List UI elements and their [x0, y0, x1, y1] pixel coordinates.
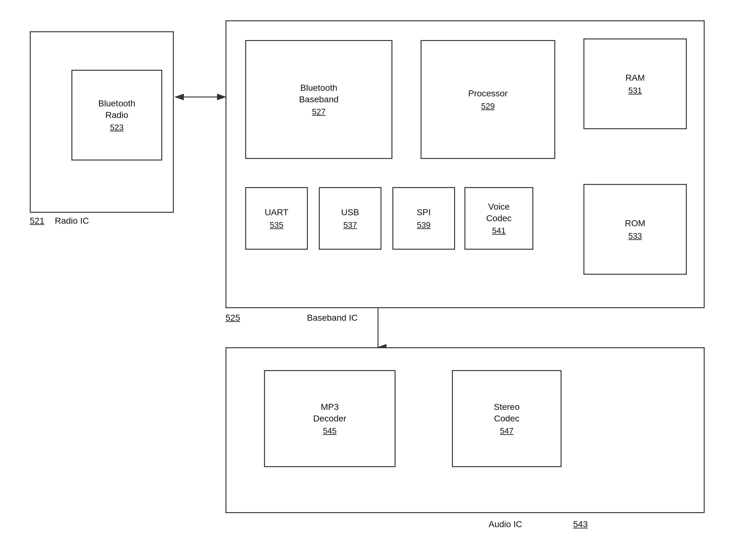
processor-number: 529: [481, 101, 494, 111]
radio-ic-outer-box: Bluetooth Radio 523: [30, 31, 174, 213]
spi-box: SPI 539: [392, 187, 455, 250]
audio-ic-number: 543: [573, 519, 588, 529]
uart-box: UART 535: [245, 187, 308, 250]
mp3-decoder-number: 545: [323, 426, 336, 436]
usb-number: 537: [343, 220, 357, 230]
processor-box: Processor 529: [421, 40, 555, 159]
rom-number: 533: [628, 231, 642, 241]
bluetooth-baseband-label: Bluetooth Baseband: [299, 82, 338, 105]
uart-label: UART: [265, 207, 288, 218]
rom-box: ROM 533: [583, 184, 687, 275]
bluetooth-radio-box: Bluetooth Radio 523: [72, 70, 162, 161]
usb-box: USB 537: [319, 187, 381, 250]
bluetooth-baseband-number: 527: [312, 107, 325, 117]
radio-ic-number: 521: [30, 216, 45, 226]
radio-ic-caption: Radio IC: [55, 216, 89, 226]
baseband-ic-outer-box: Bluetooth Baseband 527 Processor 529 RAM…: [226, 20, 705, 308]
audio-ic-caption: Audio IC: [488, 519, 522, 529]
stereo-codec-number: 547: [500, 426, 513, 436]
uart-number: 535: [270, 220, 283, 230]
voice-codec-label: Voice Codec: [486, 201, 512, 224]
processor-label: Processor: [468, 88, 508, 99]
voice-codec-number: 541: [492, 226, 505, 236]
bluetooth-baseband-box: Bluetooth Baseband 527: [245, 40, 392, 159]
ram-number: 531: [628, 86, 642, 95]
audio-ic-outer-box: MP3 Decoder 545 Stereo Codec 547: [226, 347, 705, 513]
voice-codec-box: Voice Codec 541: [465, 187, 533, 250]
bluetooth-radio-number: 523: [110, 123, 123, 132]
baseband-ic-number: 525: [226, 313, 240, 323]
baseband-ic-caption: Baseband IC: [307, 313, 358, 323]
ram-label: RAM: [626, 72, 645, 83]
stereo-codec-label: Stereo Codec: [494, 401, 520, 424]
usb-label: USB: [341, 207, 359, 218]
stereo-codec-box: Stereo Codec 547: [452, 370, 562, 467]
bluetooth-radio-label: Bluetooth Radio: [98, 98, 135, 121]
spi-label: SPI: [417, 207, 431, 218]
spi-number: 539: [417, 220, 430, 230]
rom-label: ROM: [625, 218, 645, 229]
mp3-decoder-label: MP3 Decoder: [313, 401, 346, 424]
diagram: Bluetooth Radio 523 521 Radio IC Bluetoo…: [0, 0, 756, 540]
mp3-decoder-box: MP3 Decoder 545: [264, 370, 396, 467]
ram-box: RAM 531: [583, 39, 687, 129]
